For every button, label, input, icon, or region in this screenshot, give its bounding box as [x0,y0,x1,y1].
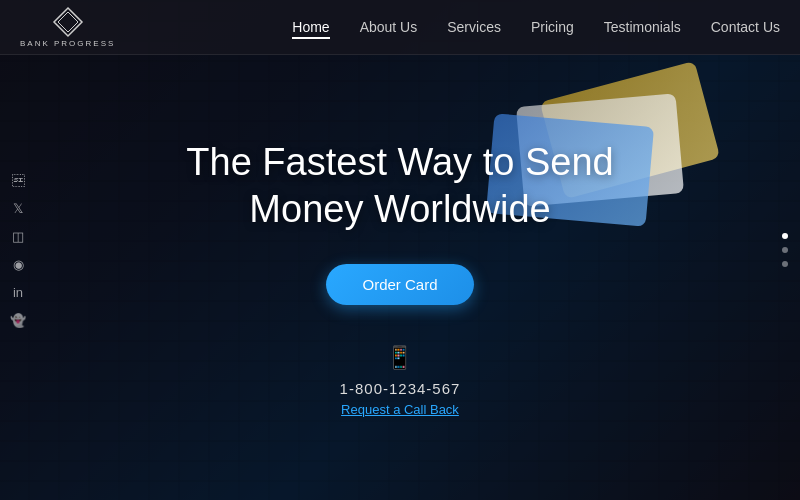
scroll-dots [782,233,788,267]
facebook-icon[interactable]:  [10,172,26,188]
nav-item-services[interactable]: Services [447,18,501,36]
nav-item-pricing[interactable]: Pricing [531,18,574,36]
navbar: BANK PROGRESS Home About Us Services Pri… [0,0,800,55]
nav-item-contact[interactable]: Contact Us [711,18,780,36]
snapchat-icon[interactable]: 👻 [10,312,26,328]
page-wrapper: BANK PROGRESS Home About Us Services Pri… [0,0,800,500]
logo-icon [52,6,84,38]
scroll-dot-2[interactable] [782,247,788,253]
nav-link-services[interactable]: Services [447,19,501,35]
phone-number: 1-800-1234-567 [340,380,461,397]
scroll-dot-3[interactable] [782,261,788,267]
phone-section: 📱 1-800-1234-567 Request a Call Back [340,345,461,417]
nav-item-home[interactable]: Home [292,18,329,36]
hero-section: The Fastest Way to Send Money Worldwide … [0,55,800,500]
callback-link[interactable]: Request a Call Back [341,402,459,417]
nav-link-pricing[interactable]: Pricing [531,19,574,35]
nav-link-testimonials[interactable]: Testimonials [604,19,681,35]
phone-icon: 📱 [386,345,413,371]
logo: BANK PROGRESS [20,6,115,48]
nav-links: Home About Us Services Pricing Testimoni… [292,18,780,36]
logo-text: BANK PROGRESS [20,39,115,48]
linkedin-icon[interactable]: in [10,284,26,300]
nav-link-about[interactable]: About Us [360,19,418,35]
nav-link-contact[interactable]: Contact Us [711,19,780,35]
hero-title: The Fastest Way to Send Money Worldwide [140,139,660,234]
rss-icon[interactable]: ◉ [10,256,26,272]
twitter-icon[interactable]: 𝕏 [10,200,26,216]
nav-item-about[interactable]: About Us [360,18,418,36]
order-card-button[interactable]: Order Card [326,264,473,305]
social-sidebar:  𝕏 ◫ ◉ in 👻 [10,172,26,328]
nav-link-home[interactable]: Home [292,19,329,39]
nav-item-testimonials[interactable]: Testimonials [604,18,681,36]
instagram-icon[interactable]: ◫ [10,228,26,244]
scroll-dot-1[interactable] [782,233,788,239]
